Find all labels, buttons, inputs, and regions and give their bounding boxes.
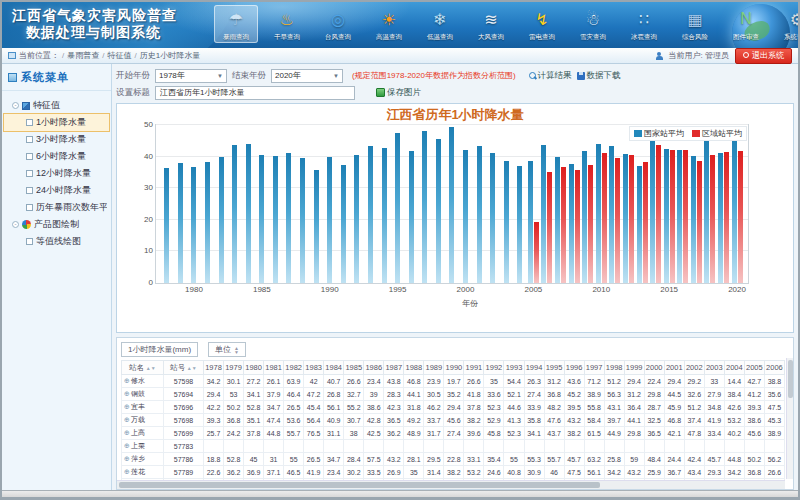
- checkbox-icon[interactable]: [26, 238, 33, 245]
- table-row-萍乡[interactable]: ⊕萍乡5778618.852.845315526.534.728.457.543…: [122, 453, 785, 466]
- station-name-cell[interactable]: ⊕上高: [122, 427, 164, 440]
- station-name-cell[interactable]: ⊕修水: [122, 375, 164, 388]
- column-header-year-2005[interactable]: 2005: [744, 361, 764, 375]
- table-horizontal-scrollbar[interactable]: [117, 480, 785, 489]
- checkbox-icon[interactable]: [26, 204, 33, 211]
- start-year-select[interactable]: 1978年▼: [155, 69, 227, 83]
- toolbar-item-map-review[interactable]: N图件审查: [724, 5, 768, 43]
- column-header-year-2006[interactable]: 2006: [764, 361, 784, 375]
- toolbar-item-drought[interactable]: ♨干旱查询: [265, 5, 309, 43]
- toolbar-item-typhoon[interactable]: ◎台风查询: [316, 5, 360, 43]
- sidebar-item-12小时降水量[interactable]: 12小时降水量: [4, 165, 109, 182]
- toolbar-item-lightning[interactable]: ↯雷电查询: [520, 5, 564, 43]
- table-row-莲花[interactable]: ⊕莲花5778922.636.236.937.146.541.923.430.2…: [122, 466, 785, 479]
- sidebar-item-历年暴雨次数年平均分布图[interactable]: 历年暴雨次数年平均分布图: [4, 199, 109, 216]
- station-name-cell[interactable]: ⊕宜丰: [122, 401, 164, 414]
- expand-row-icon[interactable]: ⊕: [124, 390, 130, 397]
- sidebar-item-等值线绘图[interactable]: 等值线绘图: [4, 233, 109, 250]
- download-button[interactable]: 数据下载: [577, 70, 621, 82]
- sidebar-item-1小时降水量[interactable]: 1小时降水量: [4, 114, 109, 131]
- table-row-宜丰[interactable]: ⊕宜丰5769642.250.252.834.726.545.456.155.2…: [122, 401, 785, 414]
- unit-sort-chip[interactable]: 单位 ▲▼: [208, 342, 246, 357]
- toolbar-item-risk-calc[interactable]: ▦综合风险: [673, 5, 717, 43]
- measure-chip[interactable]: 1小时降水量(mm): [121, 342, 198, 357]
- toolbar-item-snow[interactable]: ☃雪灾查询: [571, 5, 615, 43]
- table-row-修水[interactable]: ⊕修水5759834.230.127.226.163.94240.726.623…: [122, 375, 785, 388]
- column-header-year-2002[interactable]: 2002: [684, 361, 704, 375]
- expand-row-icon[interactable]: ⊕: [124, 468, 130, 475]
- station-name-cell[interactable]: ⊕万载: [122, 414, 164, 427]
- chart-title-input[interactable]: 江西省历年1小时降水量: [155, 86, 355, 100]
- expand-row-icon[interactable]: ⊕: [124, 442, 130, 449]
- station-name-cell[interactable]: ⊕铜鼓: [122, 388, 164, 401]
- checkbox-icon[interactable]: [26, 187, 33, 194]
- tree-expander-icon[interactable]: -: [12, 102, 19, 109]
- breadcrumb-item[interactable]: 特征值: [107, 51, 131, 60]
- table-row-上高[interactable]: ⊕上高5769925.724.237.844.855.776.531.13842…: [122, 427, 785, 440]
- column-header-year-2003[interactable]: 2003: [704, 361, 724, 375]
- column-header-year-1984[interactable]: 1984: [324, 361, 344, 375]
- column-header-year-1979[interactable]: 1979: [224, 361, 244, 375]
- expand-row-icon[interactable]: ⊕: [124, 377, 130, 384]
- column-header-year-2001[interactable]: 2001: [664, 361, 684, 375]
- station-name-cell[interactable]: ⊕萍乡: [122, 453, 164, 466]
- expand-row-icon[interactable]: ⊕: [124, 429, 130, 436]
- sidebar-item-3小时降水量[interactable]: 3小时降水量: [4, 131, 109, 148]
- table-row-上栗[interactable]: ⊕上栗57783: [122, 440, 785, 453]
- column-header-year-1989[interactable]: 1989: [424, 361, 444, 375]
- column-header-year-1987[interactable]: 1987: [384, 361, 404, 375]
- column-header-year-1997[interactable]: 1997: [584, 361, 604, 375]
- sidebar-item-24小时降水量[interactable]: 24小时降水量: [4, 182, 109, 199]
- column-header-year-1982[interactable]: 1982: [284, 361, 304, 375]
- column-header-year-1991[interactable]: 1991: [464, 361, 484, 375]
- column-header-year-2000[interactable]: 2000: [644, 361, 664, 375]
- toolbar-item-wind[interactable]: ≋大风查询: [469, 5, 513, 43]
- calculate-button[interactable]: 计算结果: [529, 70, 572, 82]
- tree-group-1[interactable]: -特征值: [4, 97, 109, 114]
- column-header-year-1980[interactable]: 1980: [244, 361, 264, 375]
- column-header-year-1994[interactable]: 1994: [524, 361, 544, 375]
- station-name-cell[interactable]: ⊕上栗: [122, 440, 164, 453]
- save-image-button[interactable]: 保存图片: [376, 87, 421, 99]
- checkbox-icon[interactable]: [26, 136, 33, 143]
- checkbox-icon[interactable]: [26, 153, 33, 160]
- tree-group-2[interactable]: -产品图绘制: [4, 216, 109, 233]
- station-name-cell[interactable]: ⊕莲花: [122, 466, 164, 479]
- expand-row-icon[interactable]: ⊕: [124, 403, 130, 410]
- breadcrumb-item[interactable]: 暴雨普查: [67, 51, 99, 60]
- end-year-select[interactable]: 2020年▼: [271, 69, 343, 83]
- column-header-year-1988[interactable]: 1988: [404, 361, 424, 375]
- column-header-station[interactable]: 站名 ▲▼: [122, 361, 164, 375]
- toolbar-item-settings[interactable]: ⚙系统设置: [775, 5, 798, 43]
- checkbox-icon[interactable]: [26, 170, 33, 177]
- sidebar-item-6小时降水量[interactable]: 6小时降水量: [4, 148, 109, 165]
- toolbar-item-high-temp[interactable]: ☀高温查询: [367, 5, 411, 43]
- logout-button[interactable]: 退出系统: [735, 48, 792, 64]
- column-header-year-1998[interactable]: 1998: [604, 361, 624, 375]
- checkbox-icon[interactable]: [26, 119, 33, 126]
- table-row-万载[interactable]: ⊕万载5769839.336.835.147.453.656.440.930.7…: [122, 414, 785, 427]
- toolbar-item-rainstorm[interactable]: ☂暴雨查询: [214, 5, 258, 43]
- value-cell: 42.6: [724, 401, 744, 414]
- expand-row-icon[interactable]: ⊕: [124, 416, 130, 423]
- column-header-year-1985[interactable]: 1985: [344, 361, 364, 375]
- column-header-year-1993[interactable]: 1993: [504, 361, 524, 375]
- column-header-year-1999[interactable]: 1999: [624, 361, 644, 375]
- column-header-year-1978[interactable]: 1978: [204, 361, 224, 375]
- table-vertical-scrollbar[interactable]: [786, 358, 793, 479]
- column-header-year-1990[interactable]: 1990: [444, 361, 464, 375]
- column-header-year-1995[interactable]: 1995: [544, 361, 564, 375]
- column-header-year-1981[interactable]: 1981: [264, 361, 284, 375]
- column-header-year-1992[interactable]: 1992: [484, 361, 504, 375]
- expand-row-icon[interactable]: ⊕: [124, 455, 130, 462]
- toolbar-item-low-temp[interactable]: ❄低温查询: [418, 5, 462, 43]
- table-row-铜鼓[interactable]: ⊕铜鼓5769429.45334.137.946.447.226.832.739…: [122, 388, 785, 401]
- toolbar-item-hail[interactable]: ∷冰雹查询: [622, 5, 666, 43]
- column-header-year-1996[interactable]: 1996: [564, 361, 584, 375]
- breadcrumb-item[interactable]: 历史1小时降水量: [140, 51, 200, 60]
- column-header-year-1983[interactable]: 1983: [304, 361, 324, 375]
- column-header-year-1986[interactable]: 1986: [364, 361, 384, 375]
- tree-expander-icon[interactable]: -: [12, 221, 19, 228]
- column-header-id[interactable]: 站号 ▲▼: [164, 361, 204, 375]
- column-header-year-2004[interactable]: 2004: [724, 361, 744, 375]
